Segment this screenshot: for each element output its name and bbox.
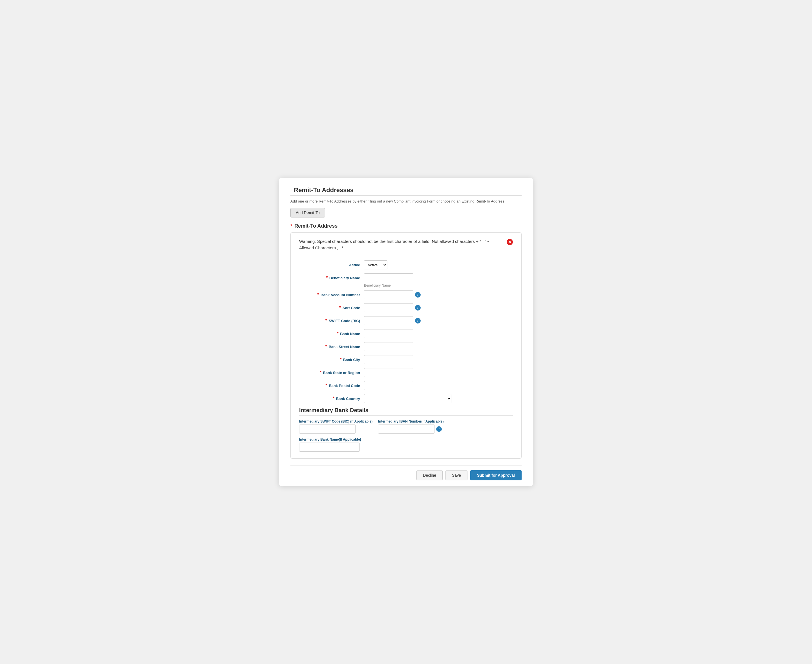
sort-code-info-icon[interactable]: i [415,305,421,311]
required-star-swift: * [325,318,327,323]
form-panel: Warning: Special characters should not b… [291,233,521,459]
required-star-bank-street: * [325,344,327,349]
bank-account-label: * Bank Account Number [299,292,364,297]
required-star-bank-state: * [320,370,322,375]
swift-code-row: * SWIFT Code (BIC) i [299,316,513,325]
intermediary-bank-name-field: Intermediary Bank Name(If Applicable) [299,438,513,452]
swift-code-input-group: i [364,316,421,325]
bank-postal-label: * Bank Postal Code [299,383,364,388]
required-star-title: · [291,187,292,193]
beneficiary-hint: Beneficiary Name [364,283,513,287]
bank-account-input-group: i [364,290,421,299]
active-row: Active Active Inactive [299,260,513,269]
beneficiary-name-label: * Beneficiary Name [299,275,364,280]
section-subtitle: Add one or more Remit-To Addresses by ei… [291,199,521,203]
bank-street-input[interactable] [364,342,413,351]
decline-button[interactable]: Decline [416,470,443,480]
intermediary-swift-iban-row: Intermediary SWIFT Code (BIC) (If Applic… [299,420,513,433]
intermediary-swift-field: Intermediary SWIFT Code (BIC) (If Applic… [299,420,372,433]
close-warning-button[interactable]: ✕ [507,239,513,245]
close-icon: ✕ [508,240,512,244]
intermediary-iban-input-row: i [378,425,443,433]
remit-address-text: Remit-To Address [294,223,338,229]
required-star-bank-city: * [340,357,341,362]
required-star-sort-code: * [339,305,341,310]
bank-city-row: * Bank City [299,355,513,364]
footer-actions: Decline Save Submit for Approval [291,465,521,480]
required-star-bank-name: * [337,331,338,336]
bank-country-select[interactable] [364,394,451,403]
bank-account-info-icon[interactable]: i [415,292,421,298]
swift-code-label: * SWIFT Code (BIC) [299,318,364,323]
warning-text: Warning: Special characters should not b… [299,238,504,251]
required-star-bank-country: * [333,396,335,401]
intermediary-iban-input[interactable] [378,425,434,433]
beneficiary-name-input[interactable] [364,273,413,282]
sort-code-label: * Sort Code [299,305,364,310]
modal-container: · Remit-To Addresses Add one or more Rem… [279,178,533,486]
sort-code-input[interactable] [364,303,413,312]
add-remit-button[interactable]: Add Remit-To [291,208,325,218]
bank-postal-row: * Bank Postal Code [299,381,513,390]
sort-code-row: * Sort Code i [299,303,513,312]
title-text: Remit-To Addresses [294,186,354,194]
required-star-bank-postal: * [326,383,327,388]
intermediary-swift-input[interactable] [299,425,356,433]
intermediary-swift-label: Intermediary SWIFT Code (BIC) (If Applic… [299,420,372,423]
intermediary-section: Intermediary Bank Details Intermediary S… [299,407,513,452]
swift-code-info-icon[interactable]: i [415,318,421,324]
required-star-bank-account: * [317,292,319,297]
active-dropdown[interactable]: Active Inactive [364,260,387,269]
beneficiary-name-row: * Beneficiary Name [299,273,513,282]
intermediary-iban-label: Intermediary IBAN Number(If Applicable) [378,420,443,423]
warning-box: Warning: Special characters should not b… [299,238,513,255]
required-star-remit: * [291,224,292,229]
bank-state-input[interactable] [364,368,413,377]
bank-account-row: * Bank Account Number i [299,290,513,299]
intermediary-bank-name-input[interactable] [299,443,360,452]
intermediary-iban-field: Intermediary IBAN Number(If Applicable) … [378,420,443,433]
bank-street-row: * Bank Street Name [299,342,513,351]
swift-code-input[interactable] [364,316,413,325]
save-button[interactable]: Save [445,470,468,480]
intermediary-bank-name-label: Intermediary Bank Name(If Applicable) [299,438,513,441]
remit-address-label: * Remit-To Address [291,223,521,229]
section-divider [291,195,521,196]
intermediary-iban-info-icon[interactable]: i [436,426,442,432]
required-star-beneficiary: * [326,275,328,280]
bank-state-label: * Bank State or Region [299,370,364,375]
bank-account-input[interactable] [364,290,413,299]
bank-name-label: * Bank Name [299,331,364,336]
bank-country-row: * Bank Country [299,394,513,403]
bank-postal-input[interactable] [364,381,413,390]
submit-button[interactable]: Submit for Approval [470,470,521,480]
active-label: Active [299,263,364,267]
sort-code-input-group: i [364,303,421,312]
bank-city-label: * Bank City [299,357,364,362]
section-title: · Remit-To Addresses [291,186,521,194]
bank-city-input[interactable] [364,355,413,364]
intermediary-title: Intermediary Bank Details [299,407,513,413]
bank-street-label: * Bank Street Name [299,344,364,349]
bank-country-label: * Bank Country [299,396,364,401]
bank-state-row: * Bank State or Region [299,368,513,377]
bank-name-input[interactable] [364,329,413,338]
bank-name-row: * Bank Name [299,329,513,338]
